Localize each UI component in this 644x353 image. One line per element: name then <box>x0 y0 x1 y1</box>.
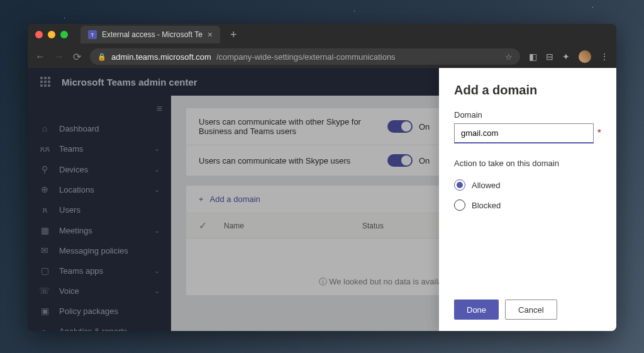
bookmark-icon[interactable]: ☆ <box>505 52 513 62</box>
panel-title: Add a domain <box>454 83 601 98</box>
extensions-menu-icon[interactable]: ✦ <box>562 52 570 62</box>
cancel-button[interactable]: Cancel <box>505 300 557 320</box>
add-domain-panel: Add a domain Domain * Action to take on … <box>439 68 616 331</box>
browser-actions: ◧ ⊟ ✦ ⋮ <box>529 50 609 63</box>
close-window-button[interactable] <box>35 31 43 38</box>
required-indicator: * <box>597 128 601 139</box>
domain-input[interactable] <box>454 123 594 143</box>
new-tab-button[interactable]: + <box>230 28 237 42</box>
traffic-lights <box>35 31 68 38</box>
tab-title: External access - Microsoft Te <box>102 30 203 39</box>
reload-button[interactable]: ⟳ <box>73 51 81 63</box>
radio-allowed[interactable]: Allowed <box>454 179 601 191</box>
address-bar[interactable]: 🔒 admin.teams.microsoft.com/company-wide… <box>90 48 520 65</box>
browser-tab[interactable]: T External access - Microsoft Te × <box>80 26 220 43</box>
radio-blocked[interactable]: Blocked <box>454 199 601 211</box>
close-tab-icon[interactable]: × <box>208 30 213 40</box>
more-menu-icon[interactable]: ⋮ <box>600 52 609 62</box>
url-domain: admin.teams.microsoft.com <box>111 52 211 62</box>
browser-toolbar: ← → ⟳ 🔒 admin.teams.microsoft.com/compan… <box>28 45 616 68</box>
done-button[interactable]: Done <box>454 300 499 320</box>
radio-icon <box>454 179 465 191</box>
maximize-window-button[interactable] <box>60 31 68 38</box>
forward-button[interactable]: → <box>54 51 64 62</box>
url-path: /company-wide-settings/external-communic… <box>216 52 396 62</box>
domain-field-label: Domain <box>454 110 601 120</box>
action-label: Action to take on this domain <box>454 159 601 168</box>
profile-avatar[interactable] <box>579 50 591 63</box>
back-button[interactable]: ← <box>35 51 45 62</box>
minimize-window-button[interactable] <box>48 31 55 38</box>
browser-window: T External access - Microsoft Te × + ← →… <box>28 24 616 331</box>
radio-icon <box>454 199 465 211</box>
extension-icon[interactable]: ⊟ <box>546 52 553 62</box>
browser-tab-bar: T External access - Microsoft Te × + <box>28 24 616 45</box>
lock-icon: 🔒 <box>97 53 106 61</box>
radio-label: Blocked <box>472 201 501 210</box>
radio-label: Allowed <box>472 181 501 190</box>
extension-icon[interactable]: ◧ <box>529 52 537 62</box>
teams-favicon: T <box>88 30 97 39</box>
